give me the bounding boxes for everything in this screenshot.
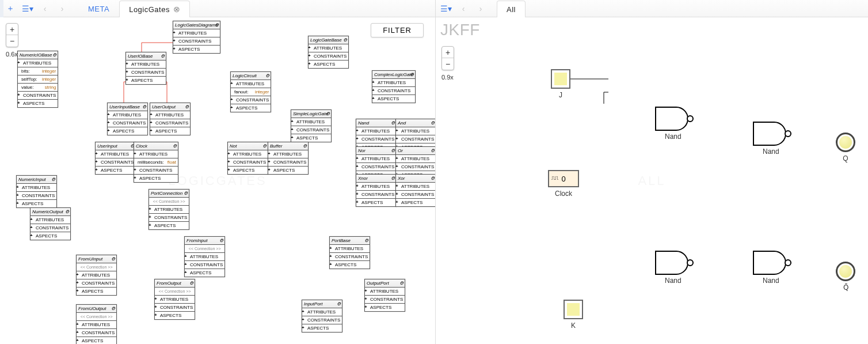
meta-box-outputport[interactable]: OutputPort⚙ATTRIBUTESCONSTRAINTSASPECTS: [364, 279, 405, 312]
gear-icon[interactable]: ⚙: [142, 104, 146, 110]
meta-box-clock[interactable]: Clock⚙ATTRIBUTESmilliseconds:floatCONSTR…: [134, 142, 178, 183]
meta-box-logiccircuit[interactable]: LogicCircuit⚙ATTRIBUTESfanout:integerCON…: [230, 71, 271, 112]
circuit-canvas[interactable]: JKFF + − 0.9x ALL: [436, 17, 868, 344]
new-button[interactable]: ＋: [3, 2, 17, 16]
left-tabs: META LogicGates ⊗: [78, 0, 190, 17]
left-pane: ＋ ☰▾ ‹ › META LogicGates ⊗: [0, 0, 435, 344]
gear-icon[interactable]: ⚙: [51, 176, 55, 183]
gear-icon[interactable]: ⚙: [391, 175, 395, 182]
meta-box-portbase[interactable]: PortBase⚙ATTRIBUTESCONSTRAINTSASPECTS: [329, 236, 370, 269]
meta-box-logicgatebase[interactable]: LogicGateBase⚙ATTRIBUTESCONSTRAINTSASPEC…: [308, 36, 349, 69]
clock-value: 0: [561, 175, 565, 183]
watermark: LOGICGATES: [168, 173, 267, 188]
input-k[interactable]: [564, 300, 583, 319]
meta-box-portconnection[interactable]: PortConnection⚙<< Connection >>ATTRIBUTE…: [149, 189, 189, 230]
input-j-label: J: [549, 91, 572, 99]
zoom-in-button[interactable]: +: [442, 47, 454, 58]
gate-nand-bl[interactable]: [654, 250, 696, 275]
meta-box-complexlogicgate[interactable]: ComplexLogicGate⚙ATTRIBUTESCONSTRAINTSAS…: [372, 70, 416, 103]
gate-nand-tl-label: Nand: [665, 133, 682, 141]
gear-icon[interactable]: ⚙: [111, 256, 115, 262]
output-q[interactable]: [836, 133, 855, 152]
list-button[interactable]: ☰▾: [21, 2, 35, 16]
gear-icon[interactable]: ⚙: [364, 237, 368, 244]
gear-icon[interactable]: ⚙: [185, 104, 189, 110]
gear-icon[interactable]: ⚙: [219, 237, 223, 244]
nav-back-button[interactable]: ‹: [38, 2, 52, 16]
gear-icon[interactable]: ⚙: [326, 111, 330, 117]
meta-box-numericiobase[interactable]: NumericIOBase⚙ATTRIBUTESbits:integerself…: [17, 51, 58, 108]
chevron-left-icon: ‹: [44, 4, 47, 13]
meta-canvas[interactable]: + − 0.6x FILTER LOGICGATES: [0, 17, 435, 344]
gear-icon[interactable]: ⚙: [391, 148, 395, 154]
gear-icon[interactable]: ⚙: [399, 280, 403, 286]
gear-icon[interactable]: ⚙: [184, 190, 188, 196]
meta-box-fromuinput[interactable]: FromUInput⚙<< Connection >>ATTRIBUTESCON…: [76, 255, 117, 296]
tab-all[interactable]: All: [497, 1, 526, 18]
close-icon[interactable]: ⊗: [173, 5, 181, 13]
meta-box-userinput[interactable]: UserInput⚙ATTRIBUTESCONSTRAINTSASPECTS: [95, 142, 136, 175]
gear-icon[interactable]: ⚙: [65, 209, 69, 215]
meta-box-useriobase[interactable]: UserIOBase⚙ATTRIBUTESCONSTRAINTSASPECTS: [125, 52, 166, 85]
gear-icon[interactable]: ⚙: [410, 71, 414, 78]
output-qbar[interactable]: [836, 262, 855, 281]
nav-back-button[interactable]: ‹: [456, 2, 470, 16]
gear-icon[interactable]: ⚙: [337, 301, 341, 307]
gear-icon[interactable]: ⚙: [262, 143, 267, 149]
zoom-out-button[interactable]: −: [442, 58, 454, 70]
meta-box-buffer[interactable]: Buffer⚙ATTRIBUTESCONSTRAINTSASPECTS: [268, 142, 309, 175]
meta-box-inputport[interactable]: InputPort⚙ATTRIBUTESCONSTRAINTSASPECTS: [302, 300, 342, 332]
meta-box-numericinput[interactable]: NumericInput⚙ATTRIBUTESCONSTRAINTSASPECT…: [16, 175, 57, 208]
gate-nand-br[interactable]: [752, 250, 794, 275]
gear-icon[interactable]: ⚙: [215, 22, 219, 28]
clock-node[interactable]: ⎍⎍ 0: [548, 170, 579, 187]
zoom-label: 0.9x: [441, 74, 454, 81]
nav-forward-button[interactable]: ›: [474, 2, 488, 16]
gate-nand-tl[interactable]: [654, 106, 696, 131]
gear-icon[interactable]: ⚙: [52, 52, 56, 58]
meta-box-fromoutput[interactable]: FromOutput⚙<< Connection >>ATTRIBUTESCON…: [154, 279, 195, 320]
meta-box-useroutput[interactable]: UserOutput⚙ATTRIBUTESCONSTRAINTSASPECTS: [150, 103, 191, 135]
gate-nand-br-label: Nand: [763, 277, 779, 285]
gear-icon[interactable]: ⚙: [189, 280, 193, 286]
meta-box-simplelogicgate[interactable]: SimpleLogicGate⚙ATTRIBUTESCONSTRAINTSASP…: [291, 109, 332, 142]
chevron-left-icon: ‹: [462, 4, 465, 13]
meta-box-logicgatesdiagrams[interactable]: LogicGatesDiagrams⚙ATTRIBUTESCONSTRAINTS…: [173, 21, 220, 54]
nav-forward-button[interactable]: ›: [55, 2, 69, 16]
gear-icon[interactable]: ⚙: [431, 148, 435, 154]
right-toolbar: ☰▾ ‹ › All: [436, 0, 868, 17]
meta-box-userinputbase[interactable]: UserInputBase⚙ATTRIBUTESCONSTRAINTSASPEC…: [107, 103, 148, 135]
left-toolbar: ＋ ☰▾ ‹ › META LogicGates ⊗: [0, 0, 435, 17]
svg-point-25: [687, 260, 693, 266]
svg-point-23: [687, 116, 693, 122]
meta-box-xnor[interactable]: Xnor⚙ATTRIBUTESCONSTRAINTSASPECTS: [356, 174, 397, 207]
list-button[interactable]: ☰▾: [439, 2, 453, 16]
gear-icon[interactable]: ⚙: [343, 37, 347, 43]
zoom-out-button[interactable]: −: [6, 35, 18, 47]
gear-icon[interactable]: ⚙: [265, 73, 269, 79]
plus-icon: ＋: [6, 3, 14, 14]
meta-box-numericoutput[interactable]: NumericOutput⚙ATTRIBUTESCONSTRAINTSASPEC…: [30, 207, 71, 240]
tab-meta[interactable]: META: [78, 0, 119, 17]
gear-icon[interactable]: ⚙: [431, 175, 435, 182]
zoom-in-button[interactable]: +: [6, 24, 18, 35]
tab-meta-label: META: [88, 5, 109, 13]
meta-box-not[interactable]: Not⚙ATTRIBUTESCONSTRAINTSASPECTS: [227, 142, 268, 175]
gear-icon[interactable]: ⚙: [303, 143, 307, 149]
meta-box-fromuoutput[interactable]: FromUOutput⚙<< Connection >>ATTRIBUTESCO…: [76, 304, 117, 344]
gate-nand-tr[interactable]: [752, 121, 794, 146]
gear-icon[interactable]: ⚙: [431, 120, 435, 126]
filter-button[interactable]: FILTER: [371, 23, 424, 37]
tab-logicgates[interactable]: LogicGates ⊗: [119, 1, 190, 18]
meta-box-frominput[interactable]: FromInput⚙<< Connection >>ATTRIBUTESCONS…: [184, 236, 225, 277]
zoom-control: + −: [441, 46, 454, 70]
gear-icon[interactable]: ⚙: [391, 120, 395, 126]
gear-icon[interactable]: ⚙: [173, 143, 177, 149]
output-qbar-label: Q̄: [834, 283, 857, 292]
gear-icon[interactable]: ⚙: [111, 305, 115, 312]
output-q-label: Q: [834, 154, 857, 162]
input-j[interactable]: [551, 69, 570, 89]
right-pane: ☰▾ ‹ › All JKFF + − 0.9x ALL: [435, 0, 868, 344]
meta-box-xor[interactable]: Xor⚙ATTRIBUTESCONSTRAINTSASPECTS: [395, 174, 435, 207]
gear-icon[interactable]: ⚙: [161, 53, 165, 59]
